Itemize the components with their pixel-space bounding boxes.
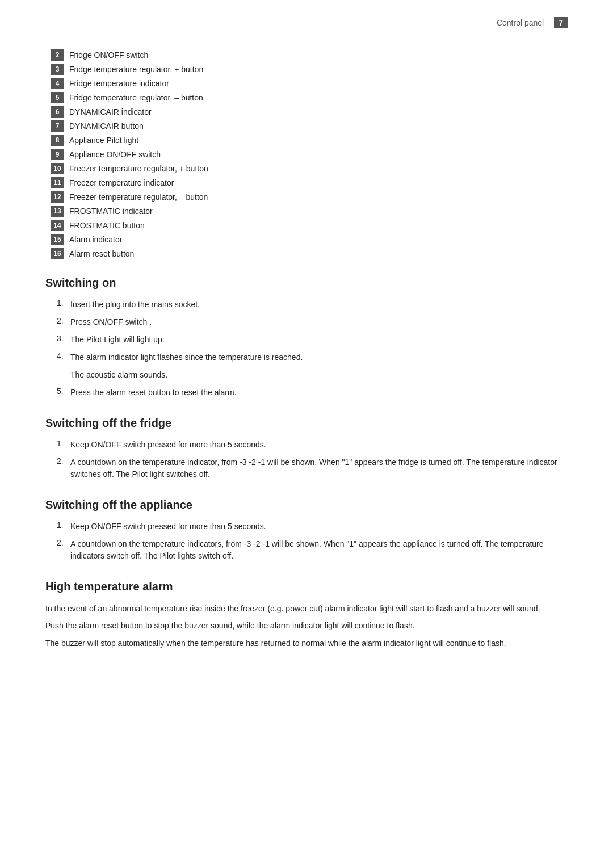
item-label: Fridge temperature indicator [69, 79, 169, 88]
step-number: 5. [57, 387, 70, 399]
step-number: 4. [57, 351, 70, 363]
switching-off-fridge-section: Switching off the fridge 1.Keep ON/OFF s… [45, 417, 568, 480]
step-number: 3. [57, 334, 70, 346]
list-item: 9 Appliance ON/OFF switch [51, 149, 568, 160]
alarm-paragraph: In the event of an abnormal temperature … [45, 602, 568, 615]
list-item: 2.Press ON/OFF switch . [45, 316, 568, 328]
item-badge: 10 [51, 163, 64, 174]
item-label: DYNAMICAIR button [69, 121, 144, 131]
item-label: Alarm reset button [69, 249, 134, 258]
step-text: The alarm indicator light flashes since … [70, 351, 303, 363]
item-label: DYNAMICAIR indicator [69, 107, 152, 116]
item-badge: 12 [51, 191, 64, 203]
list-item: 5.Press the alarm reset button to reset … [45, 387, 568, 399]
sub-step-text: The acoustic alarm sounds. [70, 369, 167, 381]
item-badge: 4 [51, 78, 64, 89]
list-item: 10 Freezer temperature regulator, + butt… [51, 163, 568, 174]
list-item: 3 Fridge temperature regulator, + button [51, 64, 568, 75]
list-item: 15 Alarm indicator [51, 234, 568, 245]
list-item: 13 FROSTMATIC indicator [51, 206, 568, 217]
step-text: Press the alarm reset button to reset th… [70, 387, 237, 399]
item-badge: 7 [51, 120, 64, 132]
step-number: 1. [57, 439, 70, 451]
high-temp-alarm-paragraphs: In the event of an abnormal temperature … [45, 602, 568, 649]
list-item: 11 Freezer temperature indicator [51, 177, 568, 188]
switching-off-fridge-title: Switching off the fridge [45, 417, 568, 430]
list-item: 7 DYNAMICAIR button [51, 120, 568, 132]
list-item: 6 DYNAMICAIR indicator [51, 106, 568, 118]
list-item: 1.Keep ON/OFF switch pressed for more th… [45, 439, 568, 451]
list-item: 3.The Pilot Light will light up. [45, 334, 568, 346]
item-badge: 3 [51, 64, 64, 75]
item-label: Appliance ON/OFF switch [69, 150, 161, 159]
header-title: Control panel [497, 18, 544, 27]
alarm-paragraph: The buzzer will stop automatically when … [45, 637, 568, 649]
step-text: The Pilot Light will light up. [70, 334, 165, 346]
switching-off-appliance-steps: 1.Keep ON/OFF switch pressed for more th… [45, 521, 568, 562]
item-label: FROSTMATIC button [69, 221, 145, 230]
step-text: A countdown on the temperature indicator… [70, 456, 568, 480]
item-badge: 14 [51, 220, 64, 231]
item-label: Freezer temperature regulator, + button [69, 164, 208, 173]
page-header: Control panel 7 [45, 17, 568, 32]
list-item: 16 Alarm reset button [51, 248, 568, 259]
high-temp-alarm-title: High temperature alarm [45, 580, 568, 593]
item-badge: 13 [51, 206, 64, 217]
item-label: Fridge ON/OFF switch [69, 51, 148, 60]
alarm-paragraph: Push the alarm reset button to stop the … [45, 619, 568, 632]
list-item: 2 Fridge ON/OFF switch [51, 49, 568, 61]
item-badge: 11 [51, 177, 64, 188]
item-label: Freezer temperature indicator [69, 178, 174, 187]
list-item: 4 Fridge temperature indicator [51, 78, 568, 89]
item-badge: 15 [51, 234, 64, 245]
item-label: Alarm indicator [69, 235, 122, 244]
page-number: 7 [554, 17, 568, 28]
item-badge: 16 [51, 248, 64, 259]
step-text: A countdown on the temperature indicator… [70, 538, 568, 562]
high-temp-alarm-section: High temperature alarm In the event of a… [45, 580, 568, 649]
switching-on-section: Switching on 1.Insert the plug into the … [45, 276, 568, 399]
item-badge: 2 [51, 49, 64, 61]
item-label: Appliance Pilot light [69, 136, 138, 145]
switching-off-appliance-title: Switching off the appliance [45, 498, 568, 511]
item-list: 2 Fridge ON/OFF switch 3 Fridge temperat… [45, 49, 568, 259]
item-badge: 5 [51, 92, 64, 103]
list-item: 5 Fridge temperature regulator, – button [51, 92, 568, 103]
list-item: 8 Appliance Pilot light [51, 135, 568, 146]
item-badge: 8 [51, 135, 64, 146]
step-text: Press ON/OFF switch . [70, 316, 152, 328]
item-label: FROSTMATIC indicator [69, 207, 153, 216]
item-label: Freezer temperature regulator, – button [69, 192, 208, 202]
list-item: 2.A countdown on the temperature indicat… [45, 538, 568, 562]
switching-off-fridge-steps: 1.Keep ON/OFF switch pressed for more th… [45, 439, 568, 480]
step-number: 2. [57, 538, 70, 562]
item-label: Fridge temperature regulator, – button [69, 93, 203, 102]
list-item: 12 Freezer temperature regulator, – butt… [51, 191, 568, 203]
sub-step: The acoustic alarm sounds. [45, 369, 568, 381]
step-number: 1. [57, 299, 70, 311]
list-item: 14 FROSTMATIC button [51, 220, 568, 231]
step-text: Keep ON/OFF switch pressed for more than… [70, 439, 266, 451]
item-badge: 9 [51, 149, 64, 160]
step-number: 1. [57, 521, 70, 532]
list-item: 4.The alarm indicator light flashes sinc… [45, 351, 568, 363]
switching-on-title: Switching on [45, 276, 568, 290]
item-label: Fridge temperature regulator, + button [69, 65, 203, 74]
list-item: 2.A countdown on the temperature indicat… [45, 456, 568, 480]
step-text: Insert the plug into the mains socket. [70, 299, 200, 311]
item-badge: 6 [51, 106, 64, 118]
step-text: Keep ON/OFF switch pressed for more than… [70, 521, 266, 532]
switching-off-appliance-section: Switching off the appliance 1.Keep ON/OF… [45, 498, 568, 562]
step-number: 2. [57, 456, 70, 480]
list-item: 1.Insert the plug into the mains socket. [45, 299, 568, 311]
list-item: 1.Keep ON/OFF switch pressed for more th… [45, 521, 568, 532]
switching-on-steps: 1.Insert the plug into the mains socket.… [45, 299, 568, 399]
step-number: 2. [57, 316, 70, 328]
